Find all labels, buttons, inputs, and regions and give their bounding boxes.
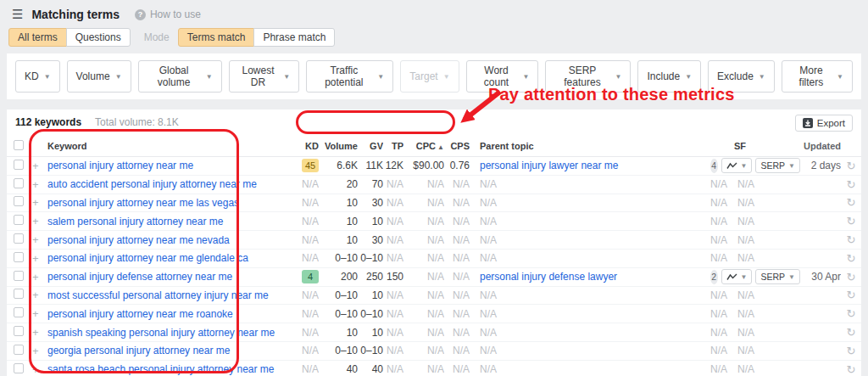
add-keyword-button[interactable]: + bbox=[32, 363, 47, 376]
refresh-icon[interactable]: ↻ bbox=[847, 307, 856, 320]
keyword-link[interactable]: georgia personal injury attorney near me bbox=[47, 345, 230, 356]
parent-topic-link[interactable]: personal injury lawyer near me bbox=[480, 160, 618, 171]
sf-na: N/A bbox=[710, 363, 727, 375]
tab-questions[interactable]: Questions bbox=[66, 28, 131, 47]
parent-topic-cell: personal injury lawyer near me bbox=[470, 160, 710, 171]
column-keyword[interactable]: Keyword bbox=[47, 141, 288, 151]
filter-label: Global volume bbox=[147, 65, 201, 88]
keyword-link[interactable]: personal injury attorney near me las veg… bbox=[47, 197, 239, 209]
refresh-icon[interactable]: ↻ bbox=[847, 271, 856, 283]
row-checkbox[interactable] bbox=[14, 252, 24, 262]
filter-button-kd[interactable]: KD ▼ bbox=[15, 60, 60, 93]
filter-button-word-count[interactable]: Word count ▼ bbox=[466, 60, 539, 93]
volume-cell: 40 bbox=[319, 363, 358, 375]
refresh-icon[interactable]: ↻ bbox=[847, 326, 856, 339]
serp-features-cell: N/AN/A bbox=[710, 234, 800, 246]
keyword-link[interactable]: personal injury attorney near me glendal… bbox=[47, 252, 248, 264]
chevron-down-icon: ▼ bbox=[685, 73, 692, 81]
column-updated[interactable]: Updated bbox=[800, 141, 841, 151]
row-checkbox[interactable] bbox=[14, 307, 24, 317]
parent-topic-link[interactable]: personal injury defense lawyer bbox=[480, 271, 617, 283]
chevron-down-icon: ▼ bbox=[443, 73, 450, 81]
row-checkbox[interactable] bbox=[14, 345, 24, 355]
refresh-icon[interactable]: ↻ bbox=[847, 363, 856, 376]
add-keyword-button[interactable]: + bbox=[32, 345, 47, 357]
filter-button-global-volume[interactable]: Global volume ▼ bbox=[138, 60, 222, 93]
traffic-potential-cell: 12K bbox=[383, 160, 403, 171]
refresh-icon[interactable]: ↻ bbox=[847, 289, 856, 301]
row-checkbox[interactable] bbox=[14, 289, 24, 299]
refresh-icon[interactable]: ↻ bbox=[847, 252, 856, 265]
column-tp[interactable]: TP bbox=[383, 141, 403, 151]
position-history-chart-button[interactable]: ▼ bbox=[721, 158, 753, 173]
add-keyword-button[interactable]: + bbox=[32, 233, 47, 246]
filter-label: Traffic potential bbox=[315, 65, 372, 88]
column-volume[interactable]: Volume bbox=[319, 141, 358, 151]
column-sf[interactable]: SF bbox=[710, 141, 800, 151]
column-cpc[interactable]: CPC▲ bbox=[403, 141, 444, 151]
refresh-icon[interactable]: ↻ bbox=[847, 215, 856, 227]
add-keyword-button[interactable]: + bbox=[32, 252, 47, 265]
row-checkbox[interactable] bbox=[14, 271, 24, 281]
filter-button-lowest-dr[interactable]: Lowest DR ▼ bbox=[229, 60, 300, 93]
row-checkbox[interactable] bbox=[14, 326, 24, 336]
keyword-link[interactable]: personal injury defense attorney near me bbox=[47, 271, 232, 283]
tab-terms-match[interactable]: Terms match bbox=[178, 28, 255, 47]
serp-dropdown-button[interactable]: SERP ▼ bbox=[755, 158, 800, 173]
how-to-use[interactable]: ? How to use bbox=[135, 8, 201, 20]
add-keyword-button[interactable]: + bbox=[32, 196, 47, 209]
column-kd[interactable]: KD bbox=[288, 141, 319, 151]
volume-cell: 10 bbox=[319, 216, 358, 227]
keyword-link[interactable]: personal injury attorney near me bbox=[47, 160, 193, 171]
filter-label: Include bbox=[647, 70, 680, 82]
keyword-link[interactable]: personal injury attorney near me roanoke bbox=[47, 308, 233, 320]
row-checkbox[interactable] bbox=[14, 215, 24, 225]
filter-button-traffic-potential[interactable]: Traffic potential ▼ bbox=[306, 60, 393, 93]
refresh-icon[interactable]: ↻ bbox=[847, 196, 856, 209]
global-volume-cell: 10 bbox=[358, 327, 383, 339]
keyword-link[interactable]: salem personal injury attorney near me bbox=[47, 216, 223, 227]
add-keyword-button[interactable]: + bbox=[32, 178, 47, 191]
kd-badge: 45 bbox=[302, 159, 319, 172]
export-button[interactable]: Export bbox=[795, 115, 853, 132]
keyword-link[interactable]: spanish speaking personal injury attorne… bbox=[47, 327, 275, 339]
add-keyword-button[interactable]: + bbox=[32, 326, 47, 339]
refresh-icon[interactable]: ↻ bbox=[847, 178, 856, 191]
add-keyword-button[interactable]: + bbox=[32, 160, 47, 172]
keyword-link[interactable]: personal injury attorney near me nevada bbox=[47, 234, 230, 246]
row-checkbox[interactable] bbox=[14, 196, 24, 206]
cpc-cell: N/A bbox=[403, 197, 444, 209]
filter-button-exclude[interactable]: Exclude ▼ bbox=[708, 60, 775, 93]
add-keyword-button[interactable]: + bbox=[32, 307, 47, 320]
tab-phrase-match[interactable]: Phrase match bbox=[253, 28, 335, 47]
row-checkbox[interactable] bbox=[14, 233, 24, 244]
position-history-chart-button[interactable]: ▼ bbox=[721, 269, 753, 284]
filter-button-serp-features[interactable]: SERP features ▼ bbox=[545, 60, 631, 93]
table-row: + santa rosa beach personal injury attor… bbox=[7, 361, 861, 376]
column-cps[interactable]: CPS bbox=[444, 141, 470, 151]
row-checkbox[interactable] bbox=[14, 178, 24, 188]
select-all-checkbox[interactable] bbox=[14, 140, 24, 150]
refresh-icon[interactable]: ↻ bbox=[847, 160, 856, 172]
add-keyword-button[interactable]: + bbox=[32, 289, 47, 301]
row-checkbox[interactable] bbox=[14, 363, 24, 373]
menu-icon[interactable]: ☰ bbox=[12, 7, 23, 22]
filter-button-more-filters[interactable]: More filters ▼ bbox=[782, 60, 853, 93]
keyword-link[interactable]: auto accident personal injury attorney n… bbox=[47, 178, 257, 190]
keyword-link[interactable]: santa rosa beach personal injury attorne… bbox=[47, 363, 275, 375]
filter-button-include[interactable]: Include ▼ bbox=[637, 60, 701, 93]
row-checkbox[interactable] bbox=[14, 160, 24, 170]
serp-dropdown-button[interactable]: SERP ▼ bbox=[755, 269, 800, 284]
keyword-link[interactable]: most successful personal attorney injury… bbox=[47, 289, 269, 301]
filter-button-volume[interactable]: Volume ▼ bbox=[67, 60, 131, 93]
column-gv[interactable]: GV bbox=[358, 141, 383, 151]
tab-all-terms[interactable]: All terms bbox=[8, 28, 67, 47]
chart-na: N/A bbox=[737, 308, 754, 320]
column-parent-topic[interactable]: Parent topic bbox=[470, 141, 710, 151]
add-keyword-button[interactable]: + bbox=[32, 271, 47, 283]
add-keyword-button[interactable]: + bbox=[32, 215, 47, 227]
refresh-icon[interactable]: ↻ bbox=[847, 233, 856, 246]
refresh-icon[interactable]: ↻ bbox=[847, 345, 856, 357]
chevron-down-icon: ▼ bbox=[788, 273, 795, 281]
cpc-cell: N/A bbox=[403, 271, 444, 283]
